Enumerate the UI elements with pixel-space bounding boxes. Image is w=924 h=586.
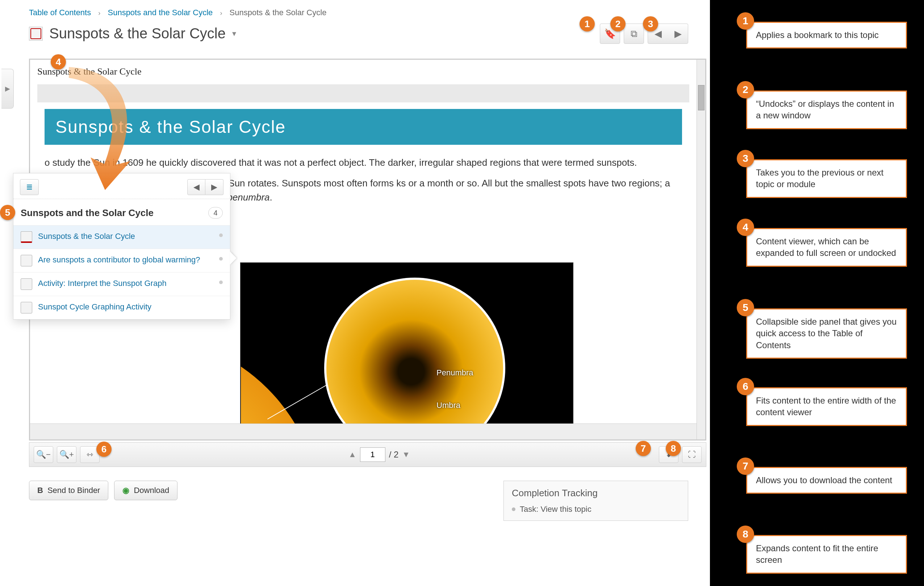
callout-note-4: Content viewer, which can be expanded to… <box>746 228 907 267</box>
paragraph-2-emph: penumbra <box>227 192 269 203</box>
callout-badge-3: 3 <box>737 150 754 167</box>
callout-note-text: “Undocks” or displays the content in a n… <box>756 99 894 120</box>
panel-pointer-icon <box>230 252 236 265</box>
toc-item[interactable]: Activity: Interpret the Sunspot Graph <box>13 272 230 296</box>
binder-icon: B <box>37 486 43 495</box>
callout-note-text: Collapsible side panel that gives you qu… <box>756 317 896 350</box>
toc-item-label: Sunspots & the Solar Cycle <box>38 231 135 242</box>
zoom-out-icon: 🔍− <box>36 450 51 459</box>
undock-icon: ⧉ <box>630 28 637 40</box>
callout-badge-7: 7 <box>737 458 754 475</box>
chevron-right-icon: › <box>215 10 227 16</box>
callout-note-1: Applies a bookmark to this topic <box>746 22 907 48</box>
toc-item-label: Are sunspots a contributor to global war… <box>38 255 200 265</box>
toc-item[interactable]: Sunspot Cycle Graphing Activity <box>13 296 230 319</box>
completion-heading: Completion Tracking <box>512 487 680 499</box>
completion-task: Task: View this topic <box>512 505 680 514</box>
callout-note-text: Expands content to fit the entire screen <box>756 543 878 565</box>
callout-note-2: “Undocks” or displays the content in a n… <box>746 91 907 129</box>
chevron-right-icon: › <box>93 10 106 16</box>
fullscreen-icon: ⛶ <box>688 450 696 459</box>
dropbox-icon <box>21 302 32 313</box>
toc-item-label: Activity: Interpret the Sunspot Graph <box>38 278 167 289</box>
fit-width-icon: ⇿ <box>87 450 93 459</box>
breadcrumb-root[interactable]: Table of Contents <box>29 8 91 17</box>
status-dot-icon <box>219 234 223 237</box>
callout-badge-6: 6 <box>737 378 754 395</box>
status-dot-icon <box>512 507 515 511</box>
callout-note-6: Fits content to the entire width of the … <box>746 387 907 426</box>
toc-side-panel: ≣ ◀ ▶ Sunspots and the Solar Cycle 4 Sun… <box>13 173 230 319</box>
callout-marker-1: 1 <box>579 16 595 31</box>
label-umbra: Umbra <box>436 401 460 410</box>
paragraph-1: o study the Sun in 1609 he quickly disco… <box>45 156 682 170</box>
completion-tracking-panel: Completion Tracking Task: View this topi… <box>503 481 688 521</box>
callout-badge-5: 5 <box>737 299 754 316</box>
callout-marker-8: 8 <box>666 441 681 456</box>
page-title: Sunspots & the Solar Cycle <box>49 25 226 42</box>
toc-list-button[interactable]: ≣ <box>20 179 39 195</box>
send-to-binder-button[interactable]: B Send to Binder <box>29 481 108 500</box>
callout-note-3: Takes you to the previous or next topic … <box>746 159 907 198</box>
pdf-icon <box>29 27 43 41</box>
title-dropdown-caret[interactable]: ▾ <box>232 29 236 38</box>
toc-item[interactable]: Are sunspots a contributor to global war… <box>13 249 230 272</box>
download-label: Download <box>134 486 169 495</box>
callout-note-text: Takes you to the previous or next topic … <box>756 168 883 189</box>
panel-next-button[interactable]: ▶ <box>205 179 223 195</box>
callout-marker-3: 3 <box>643 16 658 31</box>
completion-task-label: Task: View this topic <box>520 505 591 514</box>
pdf-toolbar: 🔍− 🔍+ ⇿ ▲ / 2 ▼ ⬇ ⛶ <box>29 442 706 467</box>
list-icon: ≣ <box>26 183 33 192</box>
page-down-button[interactable]: ▼ <box>402 450 410 459</box>
scrollbar[interactable] <box>696 60 705 440</box>
callout-badge-1: 1 <box>737 12 754 30</box>
callout-badge-2: 2 <box>737 81 754 99</box>
breadcrumb: Table of Contents › Sunspots and the Sol… <box>29 8 326 17</box>
callout-marker-4: 4 <box>51 54 66 69</box>
toc-item-label: Sunspot Cycle Graphing Activity <box>38 302 152 312</box>
callout-note-text: Content viewer, which can be expanded to… <box>756 236 896 258</box>
toc-item[interactable]: Sunspots & the Solar Cycle <box>13 225 230 249</box>
callout-note-text: Allows you to download the content <box>756 475 892 485</box>
breadcrumb-current: Sunspots & the Solar Cycle <box>229 8 327 17</box>
page-nav: ▲ / 2 ▼ <box>348 448 410 462</box>
callout-marker-5: 5 <box>0 205 15 220</box>
callout-note-text: Applies a bookmark to this topic <box>756 30 879 40</box>
scrollbar-thumb[interactable] <box>698 85 705 110</box>
zoom-in-icon: 🔍+ <box>59 450 74 459</box>
page-up-button[interactable]: ▲ <box>348 450 356 459</box>
callout-note-8: Expands content to fit the entire screen <box>746 535 907 574</box>
callout-marker-2: 2 <box>610 16 625 31</box>
callout-marker-6: 6 <box>96 441 112 457</box>
page-input[interactable] <box>360 448 385 462</box>
next-topic-button[interactable]: ▶ <box>668 28 688 40</box>
download-button[interactable]: ◉ Download <box>114 481 178 500</box>
pdf-icon <box>21 231 32 243</box>
undock-button[interactable]: ⧉ <box>624 23 644 44</box>
document-band <box>37 84 689 102</box>
zoom-in-button[interactable]: 🔍+ <box>57 446 76 463</box>
label-penumbra: Penumbra <box>436 368 474 377</box>
document-banner: Sunspots & the Solar Cycle <box>45 109 682 145</box>
fullscreen-button[interactable]: ⛶ <box>682 446 701 463</box>
side-panel-expand-tab[interactable]: ▶ <box>2 69 14 109</box>
panel-prev-button[interactable]: ◀ <box>187 179 205 195</box>
panel-count-badge: 4 <box>208 207 223 219</box>
discussion-icon <box>21 255 32 267</box>
download-chip-icon: ◉ <box>122 486 129 495</box>
breadcrumb-module[interactable]: Sunspots and the Solar Cycle <box>107 8 213 17</box>
callout-note-7: Allows you to download the content <box>746 467 907 494</box>
callout-marker-7: 7 <box>636 441 651 456</box>
callout-note-text: Fits content to the entire width of the … <box>756 396 896 417</box>
callout-badge-8: 8 <box>737 525 754 543</box>
callout-badge-4: 4 <box>737 219 754 236</box>
page-total: / 2 <box>389 449 399 460</box>
send-to-binder-label: Send to Binder <box>48 486 100 495</box>
sunspot-image: Penumbra Umbra <box>240 262 573 423</box>
zoom-out-button[interactable]: 🔍− <box>34 446 53 463</box>
web-link-icon <box>21 278 32 290</box>
status-dot-icon <box>219 257 223 261</box>
panel-title: Sunspots and the Solar Cycle <box>21 207 153 219</box>
document-header: Sunspots & the Solar Cycle <box>30 60 696 81</box>
